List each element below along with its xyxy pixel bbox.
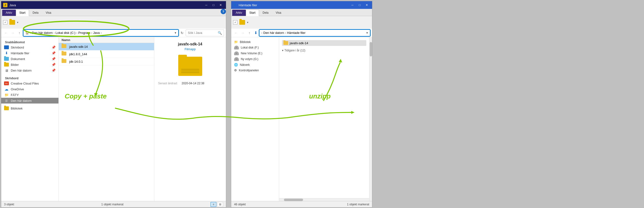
- right-back-button[interactable]: ←: [233, 30, 239, 36]
- header-name: Namn: [62, 38, 70, 42]
- breadcrumb-bar-right: ← → ↑ ⬇ › Den här datorn › Hämtade filer…: [231, 29, 372, 37]
- right-sidebar-lokaldisk-f[interactable]: F Lokal disk (F:): [231, 45, 279, 50]
- preview-folder-icon: [178, 57, 202, 76]
- sidebar-item-bibliotek[interactable]: Bibliotek: [1, 106, 58, 111]
- right-group-header[interactable]: ▾ Tidigare i år (12): [282, 48, 366, 53]
- sidebar-label-onedrive: OneDrive: [11, 87, 24, 91]
- right-sidebar-label-bibliotek: Bibliotek: [240, 40, 250, 44]
- refresh-button[interactable]: ↻: [180, 30, 185, 36]
- back-button[interactable]: ←: [3, 30, 9, 36]
- right-sidebar-new-volume-e[interactable]: E New Volume (E:): [231, 50, 279, 56]
- right-sidebar-bibliotek[interactable]: 📁 Bibliotek: [231, 39, 279, 45]
- group-chevron-icon: ▾: [282, 49, 284, 52]
- sidebar-item-faty[interactable]: 📁 FÄTY: [1, 92, 58, 98]
- tab-start-right[interactable]: Start: [246, 10, 259, 16]
- right-breadcrumb-chevron[interactable]: ▾: [366, 31, 368, 35]
- file-row-0[interactable]: javafx-sdk-14: [59, 43, 154, 50]
- right-sidebar-label-g: Ny volym (G:): [241, 57, 258, 61]
- breadcrumb-item-3[interactable]: Program: [78, 31, 90, 35]
- file-row-1[interactable]: jdk1.8.0_144: [59, 50, 154, 58]
- right-sidebar-kontrollpanelen[interactable]: ⚙ Kontrollpanelen: [231, 67, 279, 73]
- up-button[interactable]: ↑: [16, 30, 22, 36]
- search-box-left[interactable]: 🔍: [186, 30, 224, 36]
- status-selected-right: 1 objekt markerat: [347, 203, 369, 206]
- breadcrumb-item-4[interactable]: Java: [93, 31, 100, 35]
- sidebar-item-onedrive[interactable]: ☁ OneDrive: [1, 86, 58, 92]
- right-forward-button[interactable]: →: [240, 30, 246, 36]
- breadcrumb-item-1[interactable]: Den här datorn: [32, 31, 53, 35]
- disk-g-icon: G: [234, 57, 239, 61]
- right-sidebar-label-natverk: Nätverk: [240, 63, 250, 66]
- maximize-button[interactable]: □: [210, 3, 217, 8]
- right-close-button[interactable]: ✕: [364, 3, 370, 8]
- control-panel-icon: ⚙: [234, 68, 237, 72]
- breadcrumb-path-right[interactable]: › Den här datorn › Hämtade filer ▾: [259, 30, 370, 36]
- folder-line-3: [181, 72, 199, 73]
- sidebar-label-dennhar: Den här datorn: [11, 99, 32, 102]
- breadcrumb-item-2[interactable]: Lokal disk (C:): [56, 31, 76, 35]
- right-ribbon-checkbox[interactable]: ✓: [233, 20, 238, 25]
- disk-e-icon: E: [234, 51, 239, 55]
- right-file-javafx[interactable]: javafx-sdk-14: [282, 40, 366, 46]
- sidebar-item-hamtade[interactable]: ⬇ Hämtade filer 📌: [1, 50, 58, 56]
- sidebar-item-dokument[interactable]: Dokument 📌: [1, 56, 58, 62]
- breadcrumb-chevron[interactable]: ▾: [175, 31, 176, 35]
- java-icon: J: [3, 3, 8, 7]
- tab-arkiv-right[interactable]: Arkiv: [232, 10, 246, 16]
- tab-visa-right[interactable]: Visa: [272, 10, 285, 16]
- preview-type: Filmapp: [184, 47, 196, 51]
- sidebar-item-bilder[interactable]: Bilder 📌: [1, 62, 58, 67]
- sidebar-item-cc[interactable]: Cc Creative Cloud Files: [1, 80, 58, 86]
- folder-line-1: [181, 69, 199, 70]
- left-title-bar: J Java ─ □ ✕: [1, 1, 226, 9]
- sidebar-left: Snabbåtkomst Skrivbord 📌 ⬇ Hämtade filer…: [1, 37, 59, 201]
- folder-icon-1: [62, 52, 67, 56]
- sidebar-section-skrivbord: Skrivbord: [1, 75, 58, 80]
- sidebar-label-bibliotek: Bibliotek: [11, 107, 22, 110]
- right-window-title: Hämtade filer: [238, 3, 347, 7]
- tab-dela-right[interactable]: Dela: [259, 10, 272, 16]
- tab-visa-left[interactable]: Visa: [42, 10, 55, 16]
- left-window-title: Java: [9, 3, 201, 7]
- download-title-icon: ⬇: [233, 3, 237, 8]
- right-breadcrumb-item-2[interactable]: Hämtade filer: [287, 31, 306, 35]
- search-input-left[interactable]: [188, 31, 218, 35]
- vscroll-thumb: [370, 42, 372, 56]
- right-up-button[interactable]: ↑: [246, 30, 252, 36]
- ribbon-checkbox[interactable]: ✓: [3, 20, 8, 25]
- preview-date-value: 2020-04-14 22:38: [182, 82, 204, 85]
- tab-arkiv-left[interactable]: Arkiv: [2, 10, 16, 16]
- sidebar-item-skrivbord[interactable]: Skrivbord 📌: [1, 44, 58, 50]
- sidebar-item-dennhar-quick[interactable]: 🖥 Den här datorn 📌: [1, 67, 58, 73]
- pin-icon-skrivbord: 📌: [52, 45, 56, 49]
- pin-icon-hamtade: 📌: [52, 51, 56, 55]
- window-controls: ─ □ ✕: [203, 3, 224, 8]
- right-breadcrumb-item-1[interactable]: Den här datorn: [263, 31, 284, 35]
- file-list-header: Namn: [59, 37, 154, 43]
- minimize-button[interactable]: ─: [203, 3, 210, 8]
- breadcrumb-path-left[interactable]: 🏠 › Den här datorn › Lokal disk (C:) › P…: [23, 30, 178, 36]
- file-row-2[interactable]: jdk-14.0.1: [59, 58, 154, 65]
- right-minimize-button[interactable]: ─: [349, 3, 356, 8]
- right-vscroll[interactable]: [369, 37, 372, 201]
- tab-dela-left[interactable]: Dela: [29, 10, 42, 16]
- sidebar-label-dennhar-quick: Den här datorn: [11, 69, 32, 72]
- right-maximize-button[interactable]: □: [356, 3, 363, 8]
- tab-start-left[interactable]: Start: [16, 10, 29, 16]
- hscroll-thumb: [284, 199, 303, 201]
- sidebar-item-dennhar[interactable]: 🖥 Den här datorn: [1, 98, 58, 103]
- help-button-left[interactable]: ?: [221, 9, 226, 14]
- forward-button[interactable]: →: [10, 30, 16, 36]
- right-sidebar-natverk[interactable]: 🌐 Nätverk: [231, 62, 279, 67]
- ribbon-content-left: ✓ ▾: [1, 16, 226, 29]
- right-sidebar-ny-volym-g[interactable]: G Ny volym (G:): [231, 56, 279, 62]
- sidebar-label-cc: Creative Cloud Files: [11, 82, 39, 85]
- download-icon: ⬇: [4, 51, 9, 55]
- list-view-button[interactable]: ≡: [210, 202, 216, 207]
- close-button[interactable]: ✕: [217, 3, 224, 8]
- breadcrumb-home-icon: 🏠: [26, 31, 29, 35]
- breadcrumb-bar-left: ← → ↑ 🏠 › Den här datorn › Lokal disk (C…: [1, 29, 226, 37]
- right-file-list: javafx-sdk-14 ▾ Tidigare i år (12): [279, 37, 369, 198]
- grid-view-button[interactable]: ⊞: [217, 202, 223, 207]
- right-hscroll[interactable]: [279, 198, 369, 201]
